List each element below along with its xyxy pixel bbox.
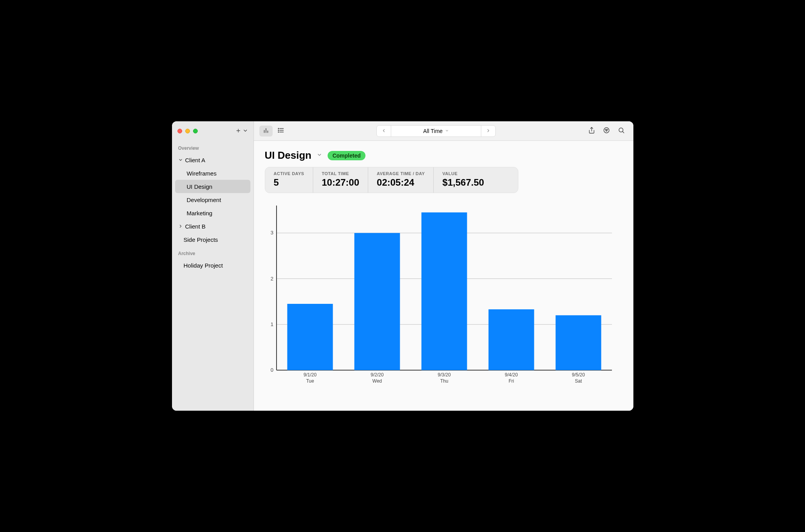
main: All Time [254,121,633,411]
svg-text:Sat: Sat [574,378,582,384]
status-badge: Completed [328,151,365,160]
chevron-right-icon [486,128,491,134]
svg-point-8 [278,128,279,129]
chevron-down-icon [445,129,449,133]
stat-label: TOTAL TIME [322,171,359,176]
view-toggle [259,126,287,137]
chevron-down-icon [243,128,248,135]
sidebar-item-holiday-project[interactable]: Holiday Project [175,259,250,272]
svg-text:9/4/20: 9/4/20 [505,372,518,378]
stat-value: 5 [274,177,304,188]
sidebar-item-ui-design[interactable]: UI Design [175,180,250,193]
sidebar-item-marketing[interactable]: Marketing [175,206,250,220]
chart-bar [555,315,601,370]
svg-point-9 [278,130,279,131]
sidebar-item-label: Side Projects [184,236,218,243]
svg-text:Wed: Wed [372,378,381,384]
sidebar-item-label: Marketing [187,210,213,216]
range-next-button[interactable] [481,126,495,137]
list-icon [277,127,284,135]
filter-icon [603,127,610,135]
stat-label: AVERAGE TIME / DAY [377,171,425,176]
close-window-button[interactable] [177,129,182,133]
svg-text:2: 2 [270,276,273,282]
app-window: OverviewClient AWireframesUI DesignDevel… [172,121,633,411]
sidebar-item-label: Development [187,197,221,203]
stats-card: ACTIVE DAYS5TOTAL TIME10:27:00AVERAGE TI… [265,167,518,193]
stat-value: 10:27:00 [322,177,359,188]
sidebar-item-label: Client B [185,223,206,230]
stat-label: VALUE [442,171,484,176]
sidebar-item-label: Wireframes [187,170,217,177]
chart: 01239/1/20Tue9/2/20Wed9/3/20Thu9/4/20Fri… [265,202,622,386]
window-controls [177,129,198,133]
stat-cell: ACTIVE DAYS5 [265,167,313,193]
minimize-window-button[interactable] [185,129,190,133]
chevron-right-icon [178,224,183,229]
chart-bar [488,309,534,370]
range-label: All Time [423,128,443,134]
share-icon [588,127,595,135]
chart-view-button[interactable] [259,126,273,137]
content: UI Design Completed ACTIVE DAYS5TOTAL TI… [254,141,633,411]
sidebar-item-label: Holiday Project [184,262,223,269]
list-view-button[interactable] [274,126,287,137]
sidebar-section-label: Archive [172,246,254,259]
stat-value: 02:05:24 [377,177,425,188]
add-button[interactable] [236,128,248,135]
sidebar-item-development[interactable]: Development [175,193,250,206]
range-prev-button[interactable] [377,126,391,137]
svg-text:9/3/20: 9/3/20 [438,372,451,378]
svg-text:Thu: Thu [440,378,448,384]
chevron-down-icon [178,158,183,162]
svg-text:9/1/20: 9/1/20 [303,372,317,378]
search-icon [618,127,625,135]
stat-cell: TOTAL TIME10:27:00 [313,167,368,193]
range-label-button[interactable]: All Time [391,126,481,137]
svg-text:Fri: Fri [509,378,514,384]
title-dropdown-button[interactable] [317,152,322,159]
bar-chart-icon [262,127,270,135]
svg-text:0: 0 [270,367,273,373]
chart-bar [421,213,467,370]
svg-line-17 [622,131,624,133]
date-range-picker: All Time [376,125,496,137]
stat-cell: AVERAGE TIME / DAY02:05:24 [368,167,433,193]
sidebar-item-side-projects[interactable]: Side Projects [175,233,250,246]
page-header: UI Design Completed [265,149,622,161]
filter-button[interactable] [600,126,613,137]
sidebar-item-client-b[interactable]: Client B [175,220,250,233]
chart-bar [354,233,400,370]
sidebar-item-wireframes[interactable]: Wireframes [175,167,250,180]
titlebar [172,121,254,141]
stat-label: ACTIVE DAYS [274,171,304,176]
svg-text:9/5/20: 9/5/20 [572,372,585,378]
chart-bar [287,304,333,370]
zoom-window-button[interactable] [193,129,198,133]
sidebar-item-label: Client A [185,157,206,163]
svg-text:9/2/20: 9/2/20 [371,372,384,378]
search-button[interactable] [615,126,628,137]
sidebar-item-label: UI Design [187,183,213,190]
chevron-left-icon [381,128,386,134]
page-title: UI Design [265,149,312,161]
plus-icon [236,128,241,135]
stat-value: $1,567.50 [442,177,484,188]
svg-point-10 [278,132,279,133]
toolbar: All Time [254,121,633,141]
svg-text:Tue: Tue [306,378,314,384]
sidebar: OverviewClient AWireframesUI DesignDevel… [172,121,254,411]
share-button[interactable] [585,126,598,137]
sidebar-section-label: Overview [172,141,254,153]
toolbar-actions [585,126,628,137]
stat-cell: VALUE$1,567.50 [433,167,493,193]
sidebar-item-client-a[interactable]: Client A [175,153,250,167]
svg-text:1: 1 [270,321,273,327]
svg-text:3: 3 [270,230,273,236]
svg-point-16 [619,128,623,132]
